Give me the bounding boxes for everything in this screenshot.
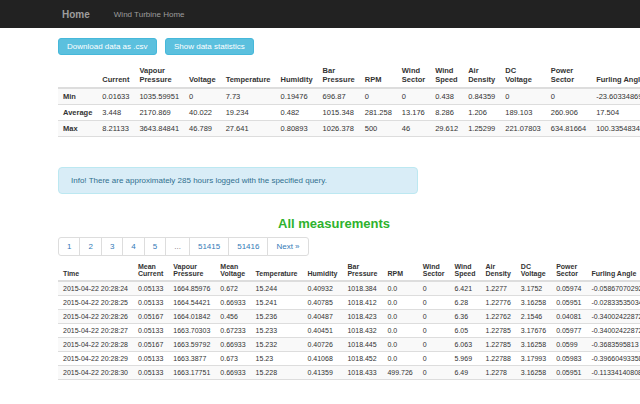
table-cell: 189.103	[500, 105, 545, 121]
table-cell: 0.05983	[551, 352, 586, 366]
table-cell: 15.244	[251, 281, 303, 296]
table-row: 2015-04-22 20:28:300.051331663.177510.66…	[58, 366, 640, 380]
table-cell: 1.22788	[481, 352, 516, 366]
table-cell: 2015-04-22 20:28:30	[58, 366, 133, 380]
table-cell: -0.05867070292	[586, 281, 640, 296]
table-cell: 2015-04-22 20:28:29	[58, 352, 133, 366]
pagination-next[interactable]: Next »	[267, 237, 308, 256]
table-cell: 1664.85976	[168, 281, 215, 296]
table-cell: 0.0	[382, 310, 417, 324]
column-header: Temperature	[251, 260, 303, 281]
pagination: 12345...5141551416Next »	[58, 237, 610, 256]
show-statistics-button[interactable]: Show data statistics	[165, 38, 254, 55]
table-cell: 29.612	[430, 121, 463, 137]
column-header: Air Density	[463, 63, 500, 88]
column-header: DC Voltage	[500, 63, 545, 88]
column-header: Wind Sector	[418, 260, 450, 281]
table-cell: 1018.433	[342, 366, 382, 380]
pagination-page-2[interactable]: 2	[79, 237, 101, 256]
table-cell: 15.236	[251, 310, 303, 324]
table-cell: -0.3683595813	[586, 338, 640, 352]
pagination-ellipsis: ...	[165, 237, 190, 256]
table-cell: 3.16258	[516, 296, 551, 310]
table-row: 2015-04-22 20:28:260.051671664.018420.45…	[58, 310, 640, 324]
navbar-link-wind-turbine-home[interactable]: Wind Turbine Home	[114, 10, 185, 19]
column-header: Wind Speed	[430, 63, 463, 88]
column-header: Air Density	[481, 260, 516, 281]
table-cell: 0.673	[215, 352, 250, 366]
table-cell: 0.0	[382, 296, 417, 310]
table-cell: 1664.01842	[168, 310, 215, 324]
table-cell: 0	[418, 310, 450, 324]
table-cell: 0.04081	[551, 310, 586, 324]
table-cell: 6.36	[450, 310, 481, 324]
table-cell: 15.228	[251, 366, 303, 380]
table-cell: 6.28	[450, 296, 481, 310]
measurements-table-body: 2015-04-22 20:28:240.051331664.859760.67…	[58, 281, 640, 380]
table-cell: -0.39660493358	[586, 352, 640, 366]
table-cell: 0	[184, 88, 221, 105]
pagination-page-5[interactable]: 5	[144, 237, 166, 256]
pagination-page-4[interactable]: 4	[122, 237, 144, 256]
column-header: Humidity	[276, 63, 318, 88]
table-cell: 1018.445	[342, 338, 382, 352]
table-cell: 6.421	[450, 281, 481, 296]
table-cell: 2015-04-22 20:28:24	[58, 281, 133, 296]
pagination-page-51415[interactable]: 51415	[189, 237, 229, 256]
table-cell: 0.05133	[133, 296, 168, 310]
statistics-table-body: Min0.016331035.5995107.730.19476696.8700…	[58, 88, 640, 137]
table-row: 2015-04-22 20:28:250.051331664.544210.66…	[58, 296, 640, 310]
table-cell: 3.1752	[516, 281, 551, 296]
table-cell: 13.176	[397, 105, 430, 121]
table-cell: 0.0	[382, 352, 417, 366]
column-header: Bar Pressure	[342, 260, 382, 281]
table-cell: 1663.3877	[168, 352, 215, 366]
table-row: 2015-04-22 20:28:240.051331664.859760.67…	[58, 281, 640, 296]
table-cell: 0.66933	[215, 338, 250, 352]
table-cell: 0	[500, 88, 545, 105]
table-cell: 260.906	[546, 105, 591, 121]
table-cell: 0.05974	[551, 281, 586, 296]
pagination-page-51416[interactable]: 51416	[228, 237, 268, 256]
table-cell: 2.1546	[516, 310, 551, 324]
column-header: Mean Current	[133, 260, 168, 281]
table-row: 2015-04-22 20:28:290.051331663.38770.673…	[58, 352, 640, 366]
pagination-page-3[interactable]: 3	[101, 237, 123, 256]
table-cell: 3.448	[97, 105, 134, 121]
table-cell: 8.21133	[97, 121, 134, 137]
table-cell: 0.0599	[551, 338, 586, 352]
download-csv-button[interactable]: Download data as .csv	[58, 38, 157, 55]
table-cell: -23.6033486963	[591, 88, 640, 105]
table-cell: 0	[418, 338, 450, 352]
table-cell: 100.33548348502	[591, 121, 640, 137]
table-cell: 1018.452	[342, 352, 382, 366]
column-header: Wind Speed	[450, 260, 481, 281]
table-cell: 6.05	[450, 324, 481, 338]
table-cell: 15.23	[251, 352, 303, 366]
table-cell: 0	[418, 296, 450, 310]
table-cell: 0	[418, 281, 450, 296]
table-cell: 0.05133	[133, 352, 168, 366]
table-cell: 696.87	[318, 88, 360, 105]
table-cell: 0	[546, 88, 591, 105]
table-cell: 2015-04-22 20:28:26	[58, 310, 133, 324]
table-cell: 1663.59792	[168, 338, 215, 352]
table-cell: 27.641	[221, 121, 276, 137]
table-cell: 8.286	[430, 105, 463, 121]
table-cell: 1035.59951	[134, 88, 184, 105]
table-cell: 15.241	[251, 296, 303, 310]
table-cell: 1.2278	[481, 366, 516, 380]
measurements-table-header: TimeMean CurrentVapour PressureMean Volt…	[58, 260, 640, 281]
table-cell: 3.17993	[516, 352, 551, 366]
table-cell: 281.258	[360, 105, 397, 121]
table-cell: 1663.70303	[168, 324, 215, 338]
table-row: Min0.016331035.5995107.730.19476696.8700…	[58, 88, 640, 105]
navbar-brand-home[interactable]: Home	[62, 9, 90, 20]
pagination-page-1[interactable]: 1	[58, 237, 80, 256]
table-cell: 0.67233	[215, 324, 250, 338]
table-cell: 1015.348	[318, 105, 360, 121]
table-cell: 5.969	[450, 352, 481, 366]
table-cell: 3.16258	[516, 366, 551, 380]
column-header: Power Sector	[551, 260, 586, 281]
table-cell: 17.504	[591, 105, 640, 121]
